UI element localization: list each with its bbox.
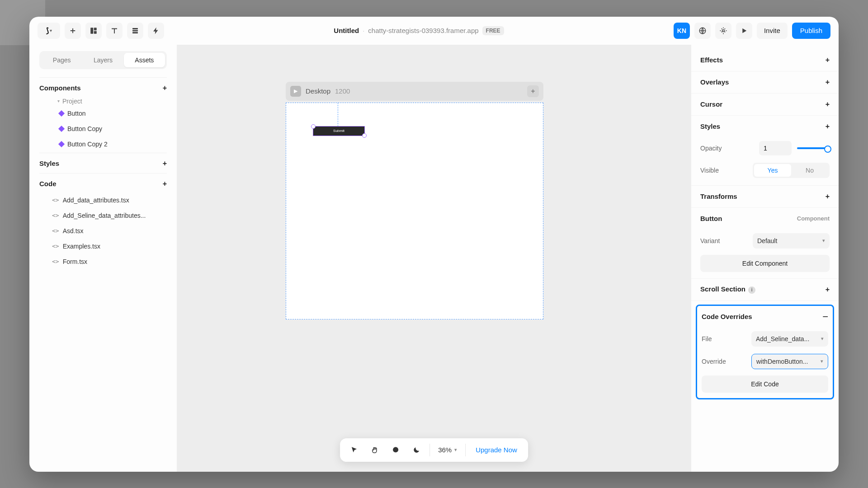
opacity-input[interactable]: 1 — [759, 141, 792, 155]
hand-icon — [371, 446, 379, 454]
code-file-item[interactable]: <>Add_data_attributes.tsx — [39, 193, 167, 207]
override-func-select[interactable]: withDemoButton...▾ — [751, 354, 828, 369]
caret-down-icon: ▾ — [57, 99, 60, 103]
tab-pages[interactable]: Pages — [41, 53, 82, 67]
zoom-value: 36% — [438, 446, 452, 454]
add-effect-button[interactable]: + — [826, 56, 830, 64]
edit-component-button[interactable]: Edit Component — [700, 255, 830, 272]
add-button[interactable] — [65, 23, 81, 39]
main-area: Pages Layers Assets Components + ▾ Proje… — [29, 45, 839, 472]
add-code-button[interactable]: + — [163, 180, 167, 188]
button-component-header: Button Component — [700, 208, 830, 230]
sidebar-tabs: Pages Layers Assets — [39, 51, 167, 69]
code-file-item[interactable]: <>Examples.tsx — [39, 239, 167, 253]
selected-button-element[interactable]: Submit — [313, 126, 365, 136]
code-header: Code + — [39, 173, 167, 192]
component-item[interactable]: Button Copy — [39, 122, 167, 136]
cursor-header[interactable]: Cursor+ — [700, 94, 830, 115]
styles-panel-header[interactable]: Styles+ — [700, 116, 830, 137]
code-file-item[interactable]: <>Form.tsx — [39, 255, 167, 268]
frame-width: 1200 — [335, 87, 350, 95]
add-style-prop-button[interactable]: + — [826, 122, 830, 131]
zoom-control[interactable]: 36% ▾ — [434, 446, 462, 454]
play-frame-icon[interactable]: ▶ — [290, 86, 301, 97]
effects-header[interactable]: Effects+ — [700, 49, 830, 71]
title-area: Untitled · chatty-strategists-039393.fra… — [169, 26, 669, 35]
cms-button[interactable] — [127, 23, 143, 39]
code-icon: <> — [52, 258, 59, 265]
components-title: Components — [39, 84, 81, 92]
selection-guide — [338, 103, 338, 129]
code-icon: <> — [52, 212, 59, 219]
code-file-item[interactable]: <>Add_Seline_data_attributes... — [39, 209, 167, 222]
visible-yes[interactable]: Yes — [754, 164, 791, 177]
chevron-down-icon: ▾ — [822, 238, 825, 244]
tab-layers[interactable]: Layers — [82, 53, 123, 67]
doc-title[interactable]: Untitled — [334, 27, 359, 34]
component-icon — [58, 141, 65, 147]
invite-button[interactable]: Invite — [757, 23, 788, 39]
upgrade-button[interactable]: Upgrade Now — [469, 446, 524, 454]
tab-assets[interactable]: Assets — [124, 53, 165, 67]
play-icon — [740, 27, 748, 35]
canvas[interactable]: ▶ Desktop 1200 + Submit 36% ▾ Upgrade No… — [177, 45, 691, 472]
comment-tool[interactable] — [386, 441, 405, 460]
svg-point-7 — [722, 29, 725, 32]
collapse-overrides-button[interactable]: − — [822, 311, 828, 323]
overlays-header[interactable]: Overlays+ — [700, 71, 830, 93]
moon-icon — [412, 446, 420, 454]
add-transform-button[interactable]: + — [826, 192, 830, 201]
project-folder[interactable]: ▾ Project — [39, 98, 167, 105]
variant-label: Variant — [700, 237, 720, 244]
gear-icon — [719, 27, 727, 35]
left-sidebar: Pages Layers Assets Components + ▾ Proje… — [29, 45, 177, 472]
add-overlay-button[interactable]: + — [826, 78, 830, 86]
opacity-slider[interactable] — [797, 147, 830, 149]
actions-button[interactable] — [148, 23, 164, 39]
info-icon[interactable]: i — [748, 286, 755, 294]
visible-toggle[interactable]: Yes No — [753, 163, 830, 178]
doc-url[interactable]: chatty-strategists-039393.framer.app — [368, 27, 478, 34]
component-item[interactable]: Button Copy 2 — [39, 137, 167, 151]
visible-no[interactable]: No — [791, 164, 828, 177]
settings-button[interactable] — [715, 23, 731, 39]
add-style-button[interactable]: + — [163, 160, 167, 168]
override-file-select[interactable]: Add_Seline_data...▾ — [751, 331, 828, 347]
chevron-down-icon: ▾ — [50, 28, 52, 33]
theme-toggle[interactable] — [407, 441, 426, 460]
variant-select[interactable]: Default▾ — [753, 233, 830, 249]
override-file-label: File — [702, 335, 712, 343]
add-cursor-button[interactable]: + — [826, 100, 830, 108]
components-header: Components + — [39, 77, 167, 96]
globe-button[interactable] — [694, 23, 711, 39]
chevron-down-icon: ▾ — [821, 336, 824, 342]
add-component-button[interactable]: + — [163, 84, 167, 92]
code-overrides-header[interactable]: Code Overrides− — [702, 306, 828, 328]
edit-code-button[interactable]: Edit Code — [702, 375, 828, 393]
component-item[interactable]: Button — [39, 107, 167, 120]
publish-button[interactable]: Publish — [792, 23, 830, 39]
pan-tool[interactable] — [365, 441, 384, 460]
user-avatar[interactable]: KN — [674, 23, 690, 39]
preview-button[interactable] — [736, 23, 752, 39]
stack-icon — [131, 27, 139, 35]
bolt-icon — [152, 27, 160, 35]
add-breakpoint-button[interactable]: + — [527, 85, 539, 97]
add-scroll-button[interactable]: + — [826, 286, 830, 294]
svg-rect-2 — [94, 31, 97, 33]
svg-rect-1 — [94, 28, 97, 30]
frame-header[interactable]: ▶ Desktop 1200 + — [286, 82, 543, 101]
code-title: Code — [39, 180, 57, 188]
code-file-item[interactable]: <>Asd.tsx — [39, 224, 167, 238]
chevron-down-icon: ▾ — [454, 447, 457, 453]
code-icon: <> — [52, 227, 59, 234]
text-button[interactable] — [106, 23, 123, 39]
plan-badge[interactable]: FREE — [482, 26, 504, 35]
layout-button[interactable] — [85, 23, 102, 39]
transforms-header[interactable]: Transforms+ — [700, 186, 830, 207]
code-icon: <> — [52, 197, 59, 203]
app-menu-button[interactable]: ⟆ ▾ — [38, 23, 60, 39]
select-tool[interactable] — [344, 441, 363, 460]
svg-point-8 — [393, 447, 398, 452]
scroll-section-header[interactable]: Scroll Sectioni+ — [700, 279, 830, 300]
